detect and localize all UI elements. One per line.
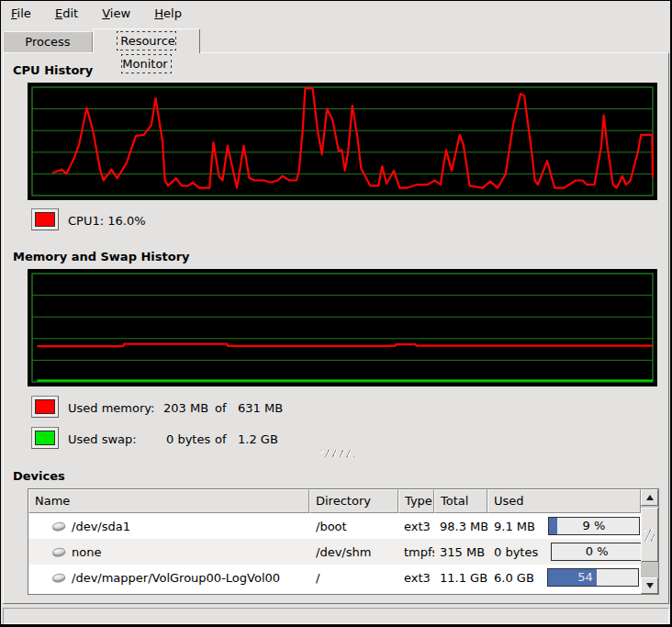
progress-label: 9 %	[549, 519, 639, 532]
device-name: /dev/sda1	[72, 520, 130, 533]
statusbar	[3, 608, 669, 624]
memory-swap-history-graph	[28, 269, 657, 386]
scrollbar-down-button[interactable]	[641, 577, 658, 594]
device-used: 6.0 GB	[494, 571, 534, 585]
arrow-down-icon	[646, 583, 654, 588]
used-memory-value: 203 MB	[163, 401, 208, 415]
used-swap-color-chip	[35, 431, 55, 445]
device-directory: /dev/shm	[309, 545, 398, 559]
device-name: /dev/mapper/VolGroup00-LogVol00	[72, 571, 280, 585]
used-swap-color-swatch[interactable]	[31, 427, 59, 449]
device-row-none[interactable]: none /dev/shm tmpfs 315 MB 0 bytes 0 %	[28, 539, 641, 565]
column-header-type[interactable]: Type	[398, 489, 434, 513]
device-directory: /	[309, 571, 398, 585]
cpu1-color-swatch[interactable]	[31, 208, 59, 230]
progress-label: 0 %	[552, 544, 641, 558]
used-swap-total: 1.2 GB	[238, 432, 278, 446]
device-used-progressbar: 0 %	[551, 543, 641, 561]
column-header-used[interactable]: Used	[487, 489, 641, 513]
used-swap-value: 0 bytes	[166, 432, 210, 446]
device-type: ext3	[398, 571, 434, 585]
used-memory-color-chip	[35, 399, 55, 414]
device-type: tmpfs	[398, 545, 434, 559]
scrollbar-up-button[interactable]	[641, 489, 658, 506]
menu-view[interactable]: View	[92, 1, 140, 25]
devices-table: Name Directory Type Total Used /dev/sda1	[28, 488, 659, 595]
menubar: File Edit View Help	[1, 1, 669, 28]
device-total: 315 MB	[434, 545, 487, 559]
menu-file[interactable]: File	[1, 1, 41, 25]
column-header-total[interactable]: Total	[434, 489, 487, 513]
harddisk-icon	[51, 545, 66, 558]
cpu1-color-chip	[35, 212, 55, 227]
column-header-directory[interactable]: Directory	[309, 489, 398, 513]
devices-vertical-scrollbar[interactable]	[641, 489, 658, 594]
used-memory-color-swatch[interactable]	[31, 396, 59, 418]
device-row-dev-sda1[interactable]: /dev/sda1 /boot ext3 98.3 MB 9.1 MB 9 %	[28, 513, 641, 539]
used-swap-label: Used swap:	[68, 432, 137, 446]
cpu1-legend-label: CPU1: 16.0%	[68, 214, 146, 228]
arrow-up-icon	[646, 495, 654, 500]
device-row-volgroup[interactable]: /dev/mapper/VolGroup00-LogVol00 / ext3 1…	[28, 565, 641, 590]
used-memory-label: Used memory:	[68, 401, 154, 415]
device-name: none	[72, 545, 101, 559]
system-monitor-window: File Edit View Help Process Listing Reso…	[0, 0, 672, 627]
tab-process-listing[interactable]: Process Listing	[3, 31, 93, 53]
cpu-history-graph	[28, 83, 657, 200]
device-used: 9.1 MB	[494, 520, 535, 533]
devices-title: Devices	[13, 469, 65, 483]
device-used: 0 bytes	[494, 545, 538, 559]
harddisk-icon	[51, 520, 66, 532]
memory-swap-history-title: Memory and Swap History	[13, 250, 190, 263]
menu-edit[interactable]: Edit	[45, 1, 88, 25]
device-total: 11.1 GB	[434, 571, 487, 585]
device-used-progressbar: 9 %	[548, 517, 640, 535]
used-memory-total: 631 MB	[238, 401, 283, 415]
devices-table-header: Name Directory Type Total Used	[28, 489, 641, 513]
menu-help[interactable]: Help	[144, 1, 192, 25]
scrollbar-grip-icon	[644, 529, 655, 542]
used-swap-of: of	[215, 432, 227, 446]
used-memory-of: of	[215, 401, 227, 415]
pane-splitter-grip[interactable]	[321, 450, 354, 457]
devices-table-body: /dev/sda1 /boot ext3 98.3 MB 9.1 MB 9 %	[28, 513, 641, 590]
cpu-history-title: CPU History	[13, 63, 93, 77]
device-type: ext3	[398, 520, 434, 533]
progress-label: 54 %	[548, 570, 638, 584]
device-directory: /boot	[309, 520, 398, 533]
device-used-progressbar: 54 %	[547, 568, 639, 587]
device-total: 98.3 MB	[434, 520, 487, 533]
tab-resource-monitor[interactable]: Resource Monitor	[93, 28, 200, 53]
scrollbar-thumb[interactable]	[641, 508, 658, 562]
harddisk-icon	[51, 571, 66, 584]
column-header-name[interactable]: Name	[28, 489, 309, 513]
